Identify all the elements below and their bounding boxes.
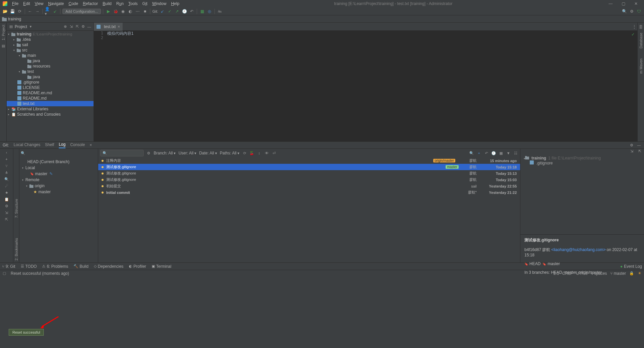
problems-tool-button[interactable]: ⚠ 6: Problems [42,264,68,269]
git-settings-icon[interactable]: ⚙ [629,143,634,147]
structure-icon[interactable]: ▤ [1,43,6,48]
menu-git[interactable]: Git [140,1,149,7]
grid-icon[interactable]: ▦ [499,151,503,155]
ide-health-icon[interactable]: 🛡 [636,8,642,14]
cherry-icon[interactable]: 🍒 [250,151,254,155]
branch-icon[interactable]: ⑂ [4,163,9,168]
goto-icon[interactable]: ⏎ [272,151,276,155]
structure-tool-button[interactable]: 7: Structure [14,199,18,218]
collapse-icon[interactable]: ⇱ [75,24,79,29]
panel-title[interactable]: Project [15,24,27,29]
lock-icon[interactable]: 🔒 [629,271,634,276]
bookmarks-tool-button[interactable]: 2: Bookmarks [14,238,18,260]
tree-readme[interactable]: README.md [7,96,94,101]
add-configuration-button[interactable]: Add Configuration... [62,9,101,14]
filter-icon[interactable]: ☄ [4,184,9,188]
back-icon[interactable]: ← [27,8,33,14]
group-icon[interactable]: ☷ [513,151,518,155]
history2-icon[interactable]: 🕘 [491,151,496,155]
tree-java[interactable]: java [7,58,94,64]
git-push-icon[interactable]: ↗ [174,8,180,14]
run-icon[interactable]: ▶ [105,8,111,14]
merge-icon[interactable]: ⋔ [4,170,9,175]
eye-icon[interactable]: 👁 [264,151,269,155]
menu-run[interactable]: Run [114,1,126,7]
encoding[interactable]: UTF-8 [576,271,588,276]
breadcrumb-root[interactable]: training [8,17,21,21]
dropdown-icon[interactable]: ▾ [28,24,33,29]
tree-scratches[interactable]: 📋 Scratches and Consoles [7,112,94,117]
origin-node[interactable]: origin [19,183,98,189]
remote-node[interactable]: Remote [19,177,98,183]
details-expand-icon[interactable]: ⇲ [629,149,634,153]
refresh-icon[interactable]: ⟳ [17,8,23,14]
menu-window[interactable]: Window [150,1,168,7]
branch-search-icon[interactable]: 🔍 [21,151,25,155]
open-icon[interactable]: 📂 [2,8,8,14]
deps-tool-button[interactable]: ◇ Dependencies [94,264,124,269]
date-filter[interactable]: Date: All ▾ [199,151,217,155]
expand2-icon[interactable]: ⇲ [4,210,9,215]
paths-filter[interactable]: Paths: All ▾ [220,151,239,155]
profiler-tool-button[interactable]: ◐ Profiler [129,264,146,269]
commit-row[interactable]: 初始提交sailYesterday 22:55 [98,183,520,189]
commits-list[interactable]: 注释内容origin/master廖航15 minutes ago 测试修改.g… [98,157,520,262]
find-icon[interactable]: 🔍 [469,151,474,155]
maven-tool-button[interactable]: m Maven [639,59,643,74]
stop-icon[interactable]: ■ [142,8,148,14]
pantone-icon[interactable]: ▦ [199,8,205,14]
menu-code[interactable]: Code [66,1,80,7]
commit-row[interactable]: Initial commit廖航*Yesterday 21:22 [98,189,520,196]
build-tool-button[interactable]: 🔨 Build [73,264,89,269]
details-collapse-icon[interactable]: ⇱ [637,149,642,153]
git-tab-shelf[interactable]: Shelf [45,142,54,148]
commit-filter-icon[interactable]: ⚙ [146,151,151,155]
tree-resources[interactable]: resources [7,64,94,69]
select-opened-icon[interactable]: ⊕ [63,24,67,29]
indent[interactable]: 4 spaces [591,271,607,276]
tree-ext-libs[interactable]: 📚 External Libraries [7,106,94,112]
eventlog-tool-button[interactable]: ● Event Log [620,264,642,269]
expand-icon[interactable]: ⇲ [69,24,73,29]
sort-icon[interactable]: ↕ [257,151,262,155]
head-branch[interactable]: HEAD (Current Branch) [19,159,98,165]
menu-help[interactable]: Help [169,1,181,7]
git-tab-log[interactable]: Log [59,142,65,148]
editor-tab[interactable]: test.txt × [94,23,123,31]
layers-icon[interactable]: 📋 [4,197,9,202]
maximize-button[interactable]: ▢ [618,0,629,7]
tree-testtxt[interactable]: test.txt [7,101,94,106]
funnel-icon[interactable]: ▼ [506,151,511,155]
settings-icon[interactable]: ⚙ [629,8,635,14]
local-node[interactable]: Local [19,165,98,171]
more-run-icon[interactable]: ⋯ [135,8,141,14]
caret-position[interactable]: 2:1 [553,271,559,276]
commit-search-input[interactable] [100,150,144,156]
origin-master[interactable]: ★master [19,189,98,195]
menu-tools[interactable]: Tools [126,1,140,7]
gear-icon[interactable]: ⚙ [81,24,86,29]
git-rollback-icon[interactable]: ↶ [189,8,195,14]
search-icon[interactable]: 🔍 [4,177,9,182]
tree-root[interactable]: trainingE:\Learn\Project\training [7,31,94,37]
git-hide-icon[interactable]: — [637,143,641,147]
tree-license[interactable]: LICENSE [7,85,94,90]
user-icon[interactable]: 👤▾ [45,8,51,14]
tree-gitignore[interactable]: .gitignore [7,80,94,85]
minimize-button[interactable]: — [605,0,616,7]
tree-sail[interactable]: sail [7,42,94,47]
collapse2-icon[interactable]: ⇱ [4,217,9,222]
tree-src[interactable]: src [7,47,94,53]
user-filter[interactable]: User: All ▾ [178,151,196,155]
save-icon[interactable]: 💾 [9,8,15,14]
translate-icon[interactable]: 🗛 [217,8,223,14]
db-icon[interactable]: 🗄 [639,25,643,29]
commit-row[interactable]: 注释内容origin/master廖航15 minutes ago [98,157,520,164]
git-tab-console[interactable]: Console [70,142,85,148]
tree-test[interactable]: test [7,69,94,74]
codewme-icon[interactable]: ◎ [206,8,212,14]
editor-body[interactable]: 1 2 模拟代码内容1 ✓ [94,31,637,141]
reload-icon[interactable]: ⟳ [242,151,247,155]
git-tool-button[interactable]: ⑂ 9: Git [2,264,15,269]
commit-row[interactable]: 测试修改.gitignore廖航Today 15:13 [98,170,520,177]
